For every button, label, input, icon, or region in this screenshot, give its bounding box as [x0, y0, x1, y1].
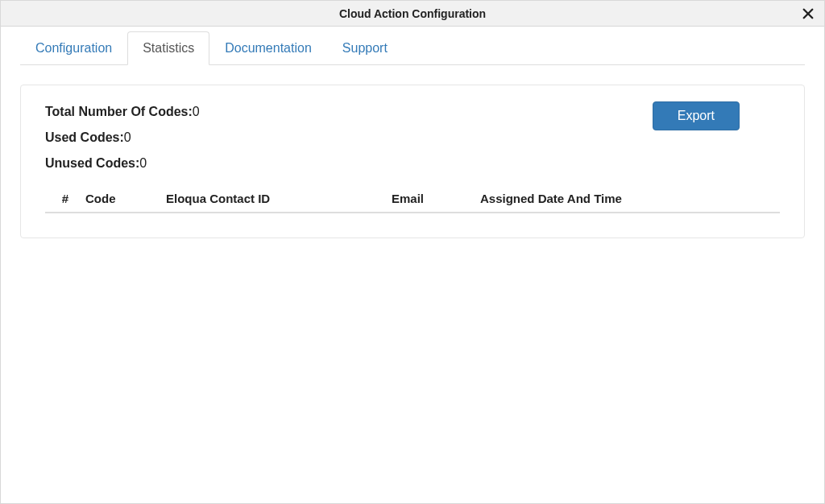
stats-block: Total Number Of Codes:0 Used Codes:0 Unu…: [45, 101, 200, 171]
modal-title: Cloud Action Configuration: [339, 7, 486, 20]
close-icon: [801, 6, 815, 21]
stat-total-label: Total Number Of Codes:: [45, 105, 193, 118]
modal-body: Configuration Statistics Documentation S…: [1, 27, 824, 503]
statistics-panel: Total Number Of Codes:0 Used Codes:0 Unu…: [20, 85, 805, 238]
tab-configuration[interactable]: Configuration: [20, 31, 127, 65]
modal-header: Cloud Action Configuration: [1, 1, 824, 27]
col-header-contact-id: Eloqua Contact ID: [166, 192, 392, 205]
table: # Code Eloqua Contact ID Email Assigned …: [45, 185, 780, 213]
close-button[interactable]: [798, 4, 818, 23]
tab-support[interactable]: Support: [327, 31, 403, 65]
stat-unused-label: Unused Codes:: [45, 156, 139, 170]
stat-used-value: 0: [124, 130, 131, 144]
stats-row: Total Number Of Codes:0 Used Codes:0 Unu…: [45, 101, 780, 171]
col-header-num: #: [45, 192, 85, 205]
col-header-assigned: Assigned Date And Time: [480, 192, 780, 205]
stat-used: Used Codes:0: [45, 130, 200, 145]
col-header-code: Code: [85, 192, 166, 205]
stat-unused-value: 0: [139, 156, 147, 170]
col-header-email: Email: [392, 192, 480, 205]
stat-total: Total Number Of Codes:0: [45, 105, 200, 119]
tab-statistics[interactable]: Statistics: [127, 31, 209, 65]
modal-container: Cloud Action Configuration Configuration…: [0, 0, 825, 504]
table-header-row: # Code Eloqua Contact ID Email Assigned …: [45, 185, 780, 213]
export-button[interactable]: Export: [653, 101, 740, 130]
tab-bar: Configuration Statistics Documentation S…: [20, 31, 805, 65]
stat-total-value: 0: [193, 105, 200, 118]
tab-documentation[interactable]: Documentation: [209, 31, 327, 65]
stat-unused: Unused Codes:0: [45, 156, 200, 171]
stat-used-label: Used Codes:: [45, 130, 124, 144]
